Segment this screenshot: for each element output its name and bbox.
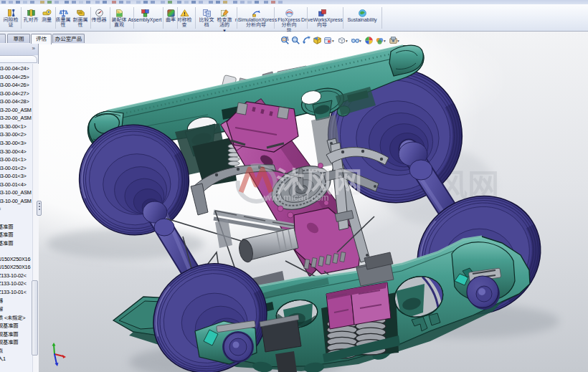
- svg-text:www.mfcad.com: www.mfcad.com: [260, 192, 329, 203]
